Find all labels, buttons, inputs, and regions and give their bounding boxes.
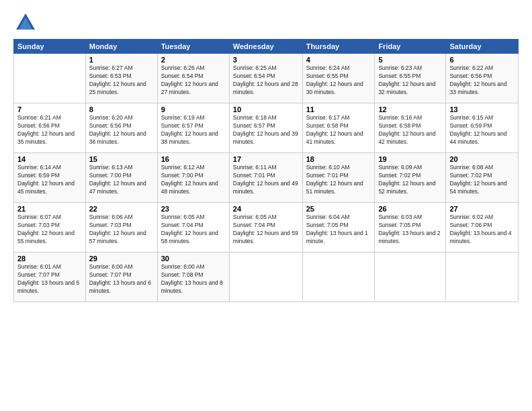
day-info: Sunrise: 6:17 AMSunset: 6:58 PMDaylight:… — [306, 114, 371, 146]
day-info: Sunrise: 6:00 AMSunset: 7:07 PMDaylight:… — [89, 263, 154, 295]
day-info: Sunrise: 6:08 AMSunset: 7:02 PMDaylight:… — [449, 164, 515, 196]
day-cell: 2Sunrise: 6:26 AMSunset: 6:54 PMDaylight… — [157, 54, 229, 103]
header-row: SundayMondayTuesdayWednesdayThursdayFrid… — [14, 40, 519, 54]
day-info: Sunrise: 6:21 AMSunset: 6:56 PMDaylight:… — [17, 114, 82, 146]
day-info: Sunrise: 6:24 AMSunset: 6:55 PMDaylight:… — [306, 64, 371, 97]
day-number: 29 — [89, 255, 154, 263]
day-cell — [375, 253, 446, 302]
col-header-wednesday: Wednesday — [229, 40, 302, 54]
day-cell: 12Sunrise: 6:16 AMSunset: 6:58 PMDayligh… — [375, 103, 446, 153]
day-cell: 30Sunrise: 6:00 AMSunset: 7:08 PMDayligh… — [157, 253, 229, 302]
day-cell: 17Sunrise: 6:11 AMSunset: 7:01 PMDayligh… — [229, 153, 302, 203]
day-info: Sunrise: 6:12 AMSunset: 7:00 PMDaylight:… — [161, 164, 226, 196]
day-info: Sunrise: 6:01 AMSunset: 7:07 PMDaylight:… — [17, 263, 82, 295]
day-number: 22 — [89, 205, 154, 213]
day-cell: 16Sunrise: 6:12 AMSunset: 7:00 PMDayligh… — [157, 153, 229, 203]
day-cell — [446, 253, 519, 302]
day-cell: 24Sunrise: 6:05 AMSunset: 7:04 PMDayligh… — [229, 203, 302, 253]
day-number: 9 — [161, 105, 226, 113]
logo — [13, 11, 38, 32]
day-info: Sunrise: 6:06 AMSunset: 7:03 PMDaylight:… — [89, 214, 154, 246]
day-cell: 26Sunrise: 6:03 AMSunset: 7:05 PMDayligh… — [375, 203, 446, 253]
logo-icon — [13, 11, 35, 32]
col-header-thursday: Thursday — [302, 40, 375, 54]
day-info: Sunrise: 6:15 AMSunset: 6:59 PMDaylight:… — [449, 114, 515, 146]
day-info: Sunrise: 6:18 AMSunset: 6:57 PMDaylight:… — [233, 114, 299, 146]
day-info: Sunrise: 6:25 AMSunset: 6:54 PMDaylight:… — [233, 64, 299, 97]
day-cell: 13Sunrise: 6:15 AMSunset: 6:59 PMDayligh… — [446, 103, 519, 153]
day-number: 7 — [17, 105, 82, 113]
day-number: 8 — [89, 105, 154, 113]
day-cell: 14Sunrise: 6:14 AMSunset: 6:59 PMDayligh… — [14, 153, 86, 203]
day-number: 12 — [378, 105, 442, 113]
day-info: Sunrise: 6:05 AMSunset: 7:04 PMDaylight:… — [161, 214, 226, 246]
calendar-table: SundayMondayTuesdayWednesdayThursdayFrid… — [13, 39, 519, 302]
day-cell: 1Sunrise: 6:27 AMSunset: 6:53 PMDaylight… — [85, 54, 157, 103]
day-cell: 21Sunrise: 6:07 AMSunset: 7:03 PMDayligh… — [14, 203, 86, 253]
day-number: 11 — [306, 105, 371, 113]
day-number: 28 — [17, 255, 82, 263]
day-number: 4 — [306, 56, 371, 64]
day-info: Sunrise: 6:16 AMSunset: 6:58 PMDaylight:… — [378, 114, 442, 146]
day-info: Sunrise: 6:03 AMSunset: 7:05 PMDaylight:… — [378, 214, 442, 246]
day-cell: 10Sunrise: 6:18 AMSunset: 6:57 PMDayligh… — [229, 103, 302, 153]
day-info: Sunrise: 6:26 AMSunset: 6:54 PMDaylight:… — [161, 64, 226, 97]
week-row-4: 21Sunrise: 6:07 AMSunset: 7:03 PMDayligh… — [14, 203, 519, 253]
day-number: 5 — [378, 56, 442, 64]
day-cell: 18Sunrise: 6:10 AMSunset: 7:01 PMDayligh… — [302, 153, 375, 203]
day-number: 17 — [233, 155, 299, 163]
day-info: Sunrise: 6:09 AMSunset: 7:02 PMDaylight:… — [378, 164, 442, 196]
day-info: Sunrise: 6:02 AMSunset: 7:06 PMDaylight:… — [449, 214, 515, 246]
day-cell: 4Sunrise: 6:24 AMSunset: 6:55 PMDaylight… — [302, 54, 375, 103]
day-number: 24 — [233, 205, 299, 213]
day-info: Sunrise: 6:07 AMSunset: 7:03 PMDaylight:… — [17, 214, 82, 246]
day-cell: 15Sunrise: 6:13 AMSunset: 7:00 PMDayligh… — [85, 153, 157, 203]
day-cell — [229, 253, 302, 302]
day-info: Sunrise: 6:23 AMSunset: 6:55 PMDaylight:… — [378, 64, 442, 97]
day-number: 19 — [378, 155, 442, 163]
header — [13, 11, 519, 32]
day-number: 3 — [233, 56, 299, 64]
day-info: Sunrise: 6:00 AMSunset: 7:08 PMDaylight:… — [161, 263, 226, 295]
day-info: Sunrise: 6:14 AMSunset: 6:59 PMDaylight:… — [17, 164, 82, 196]
day-number: 1 — [89, 56, 154, 64]
day-number: 16 — [161, 155, 226, 163]
day-info: Sunrise: 6:27 AMSunset: 6:53 PMDaylight:… — [89, 64, 154, 97]
day-number: 26 — [378, 205, 442, 213]
week-row-2: 7Sunrise: 6:21 AMSunset: 6:56 PMDaylight… — [14, 103, 519, 153]
week-row-1: 1Sunrise: 6:27 AMSunset: 6:53 PMDaylight… — [14, 54, 519, 103]
day-cell — [14, 54, 86, 103]
day-info: Sunrise: 6:20 AMSunset: 6:56 PMDaylight:… — [89, 114, 154, 146]
col-header-friday: Friday — [375, 40, 446, 54]
day-info: Sunrise: 6:11 AMSunset: 7:01 PMDaylight:… — [233, 164, 299, 196]
day-cell: 28Sunrise: 6:01 AMSunset: 7:07 PMDayligh… — [14, 253, 86, 302]
col-header-sunday: Sunday — [14, 40, 86, 54]
day-cell — [302, 253, 375, 302]
day-number: 13 — [449, 105, 515, 113]
day-cell: 9Sunrise: 6:19 AMSunset: 6:57 PMDaylight… — [157, 103, 229, 153]
day-cell: 19Sunrise: 6:09 AMSunset: 7:02 PMDayligh… — [375, 153, 446, 203]
day-number: 20 — [449, 155, 515, 163]
calendar-page: SundayMondayTuesdayWednesdayThursdayFrid… — [0, 0, 532, 411]
col-header-tuesday: Tuesday — [157, 40, 229, 54]
day-cell: 20Sunrise: 6:08 AMSunset: 7:02 PMDayligh… — [446, 153, 519, 203]
day-info: Sunrise: 6:05 AMSunset: 7:04 PMDaylight:… — [233, 214, 299, 246]
col-header-monday: Monday — [85, 40, 157, 54]
day-number: 18 — [306, 155, 371, 163]
day-info: Sunrise: 6:22 AMSunset: 6:56 PMDaylight:… — [449, 64, 515, 97]
day-number: 10 — [233, 105, 299, 113]
week-row-5: 28Sunrise: 6:01 AMSunset: 7:07 PMDayligh… — [14, 253, 519, 302]
day-number: 21 — [17, 205, 82, 213]
day-number: 6 — [449, 56, 515, 64]
day-info: Sunrise: 6:13 AMSunset: 7:00 PMDaylight:… — [89, 164, 154, 196]
day-cell: 3Sunrise: 6:25 AMSunset: 6:54 PMDaylight… — [229, 54, 302, 103]
day-number: 27 — [449, 205, 515, 213]
day-cell: 7Sunrise: 6:21 AMSunset: 6:56 PMDaylight… — [14, 103, 86, 153]
day-cell: 22Sunrise: 6:06 AMSunset: 7:03 PMDayligh… — [85, 203, 157, 253]
day-number: 14 — [17, 155, 82, 163]
day-cell: 11Sunrise: 6:17 AMSunset: 6:58 PMDayligh… — [302, 103, 375, 153]
day-info: Sunrise: 6:10 AMSunset: 7:01 PMDaylight:… — [306, 164, 371, 196]
day-cell: 27Sunrise: 6:02 AMSunset: 7:06 PMDayligh… — [446, 203, 519, 253]
day-number: 15 — [89, 155, 154, 163]
day-number: 2 — [161, 56, 226, 64]
